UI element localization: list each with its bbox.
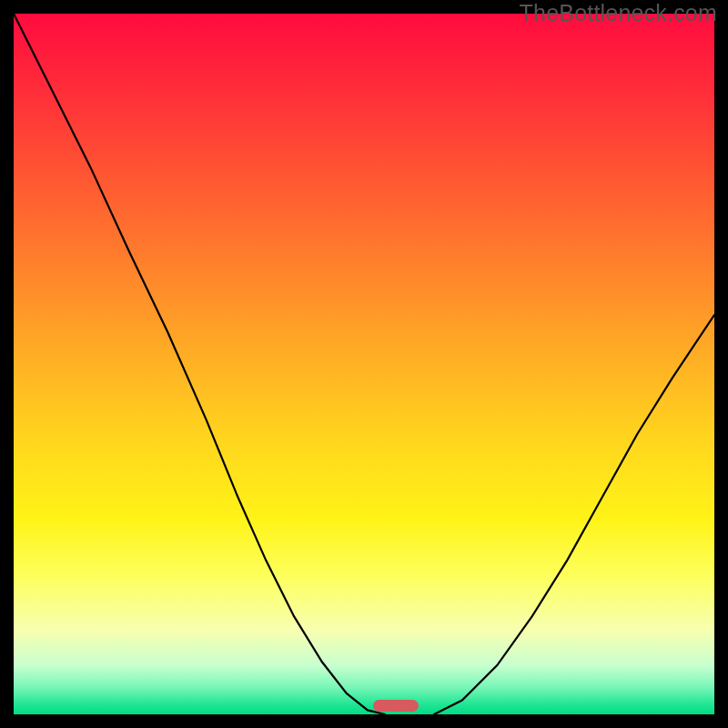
- curve-left-branch: [14, 14, 385, 714]
- curve-right-branch: [434, 315, 714, 714]
- plot-area: [14, 14, 714, 714]
- bottleneck-curve: [14, 14, 714, 714]
- chart-frame: TheBottleneck.com: [0, 0, 728, 728]
- optimal-range-marker: [373, 700, 419, 712]
- watermark-text: TheBottleneck.com: [520, 0, 717, 26]
